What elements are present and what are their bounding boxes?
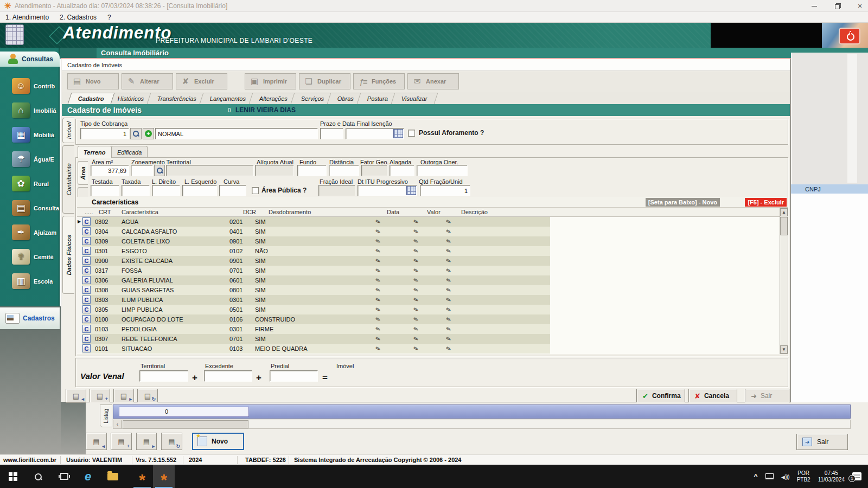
scroll-up-arrow[interactable]: ▲ [780,208,788,216]
characteristic-c-button[interactable]: C [82,227,91,235]
task-view-icon[interactable] [53,465,75,488]
valor-tag-icon[interactable] [412,266,420,275]
valor-tag-icon[interactable] [412,256,420,266]
search-icon[interactable] [27,465,49,488]
characteristic-c-button[interactable]: C [82,256,91,265]
alagada-field[interactable] [390,165,414,176]
toolbar-button[interactable]: Imprimir [245,73,296,89]
data-tag-icon[interactable] [374,344,382,354]
cancela-button[interactable]: ✘ Cancela [688,389,737,403]
data-tag-icon[interactable] [374,314,382,324]
descricao-tag-icon[interactable] [445,295,452,305]
table-row[interactable]: C 0308 GUIAS SARGETAS 0801 SIM [77,285,550,295]
descricao-tag-icon[interactable] [445,285,452,295]
sidebar-item[interactable]: Ajuizam [0,220,60,245]
valor-tag-icon[interactable] [412,236,420,246]
characteristic-c-button[interactable]: C [82,286,91,294]
isencao-prazo-field[interactable] [320,128,343,139]
valor-tag-icon[interactable] [412,324,420,334]
valor-tag-icon[interactable] [412,305,420,314]
table-row[interactable]: C 0304 CALCADA ASFALTO 0401 SIM [77,227,550,236]
sidebar-item[interactable]: Imobiliá [0,98,60,123]
calendar-icon[interactable] [393,129,403,138]
fiorilli-app-icon-active[interactable]: * [153,465,175,488]
menu-item[interactable]: ? [102,14,117,21]
data-tag-icon[interactable] [374,217,382,227]
sidebar-item-consultas[interactable]: Consultas [0,52,60,67]
characteristic-c-button[interactable]: C [82,217,91,226]
fiorilli-app-icon[interactable]: * [131,465,153,488]
language-indicator[interactable]: POR PTB2 [797,470,810,483]
descricao-tag-icon[interactable] [445,246,452,256]
record-nav-button-3[interactable]: ▤▸ [113,389,134,403]
data-tag-icon[interactable] [374,324,382,334]
characteristic-c-button[interactable]: C [82,237,91,245]
toolbar-button[interactable]: Excluir [176,73,227,89]
valor-tag-icon[interactable] [412,227,420,236]
menu-item[interactable]: 2. Cadastros [54,14,102,21]
characteristic-c-button[interactable]: C [82,344,91,352]
record-nav-button-2[interactable]: ▤+ [111,433,132,450]
l-esquerdo-field[interactable] [182,185,217,196]
toolbar-button[interactable]: Alterar [122,73,173,89]
area-publica-checkbox[interactable] [252,187,259,194]
novo-button[interactable]: Novo [192,433,244,450]
cobranca-search-button[interactable] [130,128,142,139]
scrollbar-thumb[interactable] [780,217,788,235]
list-count-field[interactable]: 0 [119,407,249,417]
valor-tag-icon[interactable] [412,285,420,295]
descricao-tag-icon[interactable] [445,334,452,344]
toolbar-button[interactable]: Funções [353,73,405,89]
record-nav-button-2[interactable]: ▤+ [90,389,110,403]
descricao-tag-icon[interactable] [445,256,452,266]
valor-tag-icon[interactable] [412,295,420,305]
hidden-icons-chevron[interactable]: ^ [754,472,758,480]
characteristic-c-button[interactable]: C [82,335,91,343]
cobranca-name-field[interactable]: NORMAL [155,128,318,139]
toolbar-button[interactable]: Anexar [407,73,459,89]
descricao-tag-icon[interactable] [445,344,452,354]
power-button[interactable] [839,28,860,44]
distancia-field[interactable] [329,165,359,176]
volume-icon[interactable]: ))) [781,473,789,480]
side-tab-contribuinte[interactable]: Contribuinte [62,145,74,214]
characteristic-c-button[interactable]: C [82,325,91,333]
excedente-field[interactable] [204,370,252,382]
l-direito-field[interactable] [152,185,180,196]
close-button[interactable]: × [856,2,864,10]
outorga-field[interactable] [417,165,468,176]
data-tag-icon[interactable] [374,305,382,314]
valor-tag-icon[interactable] [412,334,420,344]
start-button[interactable] [2,465,24,488]
descricao-tag-icon[interactable] [445,275,452,285]
cobranca-add-button[interactable]: + [143,128,154,139]
table-row[interactable]: C 0317 FOSSA 0701 SIM [77,266,550,275]
toolbar-button[interactable]: Novo [67,73,119,89]
sidebar-item[interactable]: Contrib [0,74,60,98]
form-tab[interactable]: Visualizar [391,93,438,104]
maximize-button[interactable] [833,2,841,10]
data-tag-icon[interactable] [374,246,382,256]
sidebar-item[interactable]: Água/E [0,147,60,171]
record-nav-button-4[interactable]: ▤↻ [161,433,182,450]
form-tab[interactable]: Lançamentos [200,93,257,104]
sidebar-item[interactable]: Cemité [0,245,60,269]
descricao-tag-icon[interactable] [445,324,452,334]
data-tag-icon[interactable] [374,295,382,305]
scroll-left-arrow[interactable]: ‹ [113,420,122,428]
table-row[interactable]: C 0306 GALERIA FLUVIAL 0601 SIM [77,275,550,285]
table-row[interactable]: C 0103 PEDOLOGIA 0301 FIRME [77,324,550,334]
confirma-button[interactable]: ✔ Confirma [636,389,685,403]
data-tag-icon[interactable] [374,256,382,266]
valor-tag-icon[interactable] [412,344,420,354]
table-row[interactable]: C 0900 EXISTE CALCADA 0901 SIM [77,256,550,266]
descricao-tag-icon[interactable] [445,314,452,324]
descricao-tag-icon[interactable] [445,217,452,227]
characteristic-c-button[interactable]: C [82,315,91,323]
fundo-field[interactable] [297,165,327,176]
sidebar-item[interactable]: Escola [0,269,60,293]
data-tag-icon[interactable] [374,285,382,295]
minimize-button[interactable] [810,2,818,10]
record-nav-button-1[interactable]: ▤◂ [66,389,86,403]
file-explorer-icon[interactable] [102,465,124,488]
